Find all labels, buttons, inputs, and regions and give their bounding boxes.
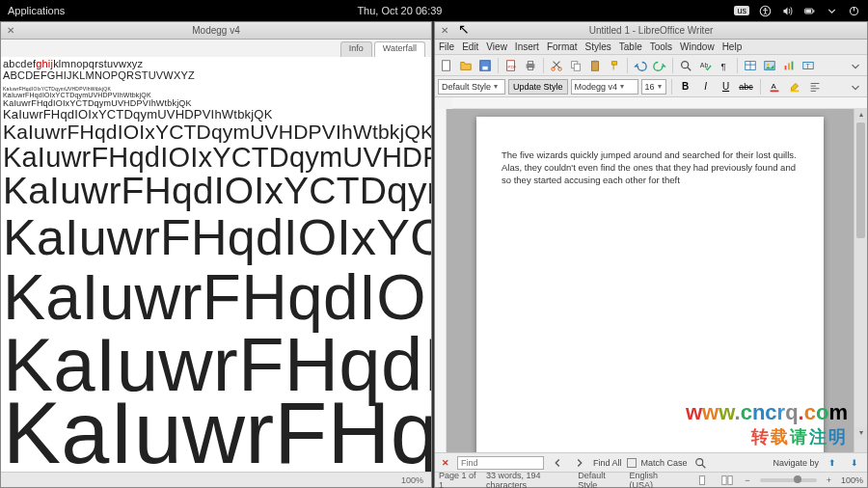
tab-waterfall[interactable]: Waterfall: [374, 41, 425, 57]
strike-button[interactable]: abc: [738, 78, 755, 95]
vertical-ruler[interactable]: [435, 109, 447, 452]
menu-table[interactable]: Table: [619, 41, 642, 52]
applications-menu[interactable]: Applications: [8, 5, 65, 16]
underline-button[interactable]: U: [718, 78, 735, 95]
tab-info[interactable]: Info: [340, 41, 372, 57]
image-icon[interactable]: [761, 57, 778, 74]
accessibility-icon[interactable]: [759, 5, 772, 17]
italic-button[interactable]: I: [697, 78, 715, 95]
close-icon[interactable]: ✕: [7, 25, 14, 36]
nav-prev-icon[interactable]: ⬆: [824, 454, 841, 472]
copy-icon[interactable]: [567, 57, 584, 74]
menu-window[interactable]: Window: [680, 41, 715, 52]
clone-format-icon[interactable]: [606, 57, 623, 74]
find-icon[interactable]: [677, 57, 694, 74]
paste-icon[interactable]: [586, 57, 604, 74]
document-page[interactable]: The five wizards quickly jumped around a…: [476, 117, 824, 452]
svg-rect-44: [700, 475, 705, 484]
status-language[interactable]: English (USA): [629, 471, 675, 489]
redo-icon[interactable]: [651, 57, 668, 74]
keyboard-indicator[interactable]: us: [734, 6, 749, 15]
font-viewer-titlebar[interactable]: ✕ Modegg v4: [1, 22, 431, 40]
textbox-icon[interactable]: T: [800, 57, 817, 74]
find-all-button[interactable]: Find All: [593, 458, 622, 468]
close-icon[interactable]: ✕: [441, 25, 448, 36]
bold-button[interactable]: B: [677, 78, 694, 95]
paragraph-style-combo[interactable]: Default Style: [438, 79, 505, 95]
horizontal-ruler[interactable]: [452, 97, 867, 109]
standard-toolbar: PDF Ab ¶ T: [435, 55, 867, 76]
menu-styles[interactable]: Styles: [585, 41, 611, 52]
zoom-slider[interactable]: [760, 478, 817, 482]
find-prev-icon[interactable]: [549, 454, 566, 472]
spellcheck-icon[interactable]: Ab: [696, 57, 714, 74]
view-multi-page-icon[interactable]: [719, 472, 735, 489]
export-pdf-icon[interactable]: PDF: [502, 57, 520, 74]
libreoffice-writer-window: ✕ Untitled 1 - LibreOffice Writer File E…: [434, 21, 868, 488]
svg-point-21: [682, 61, 689, 68]
svg-rect-45: [722, 475, 726, 484]
svg-text:T: T: [805, 62, 810, 68]
menu-edit[interactable]: Edit: [462, 41, 478, 52]
clock[interactable]: Thu, Oct 20 06:39: [357, 5, 442, 16]
print-icon[interactable]: [522, 57, 539, 74]
scroll-thumb[interactable]: [856, 122, 865, 238]
waterfall-line: KaIuwrFHqdIOIxYCTDqymUVHDPVIhWtbkjQK: [3, 211, 429, 264]
status-style[interactable]: Default Style: [578, 471, 619, 489]
svg-rect-3: [813, 10, 814, 12]
zoom-out-icon[interactable]: −: [745, 475, 749, 485]
save-icon[interactable]: [476, 57, 494, 74]
nav-next-icon[interactable]: ⬇: [846, 454, 863, 472]
cut-icon[interactable]: [548, 57, 565, 74]
menu-insert[interactable]: Insert: [515, 41, 539, 52]
font-name-combo[interactable]: Modegg v4: [571, 79, 638, 95]
menu-format[interactable]: Format: [547, 41, 578, 52]
menu-view[interactable]: View: [486, 41, 507, 52]
menu-file[interactable]: File: [439, 41, 454, 52]
undo-icon[interactable]: [632, 57, 649, 74]
scroll-up-icon[interactable]: ▴: [854, 109, 867, 121]
font-color-icon[interactable]: A: [766, 78, 783, 95]
document-text[interactable]: The five wizards quickly jumped around a…: [502, 149, 799, 186]
chart-icon[interactable]: [780, 57, 798, 74]
zoom-in-icon[interactable]: +: [827, 475, 831, 485]
align-left-icon[interactable]: [806, 78, 824, 95]
find-next-icon[interactable]: [571, 454, 588, 472]
caret-down-icon[interactable]: [826, 5, 838, 17]
svg-rect-20: [593, 60, 597, 62]
zoom-value[interactable]: 100%: [841, 475, 863, 485]
open-icon[interactable]: [457, 57, 475, 74]
sample-uppercase: ABCDEFGHIJKLMNOPQRSTUVWXYZ: [3, 70, 429, 82]
svg-rect-32: [792, 61, 794, 69]
nonprinting-icon[interactable]: ¶: [716, 57, 733, 74]
match-case-checkbox[interactable]: [627, 458, 637, 468]
vertical-scrollbar[interactable]: ▴ ▾: [854, 109, 867, 452]
view-single-page-icon[interactable]: [694, 472, 710, 489]
find-options-icon[interactable]: [692, 454, 710, 472]
status-page[interactable]: Page 1 of 1: [439, 471, 476, 489]
writer-titlebar[interactable]: ✕ Untitled 1 - LibreOffice Writer: [435, 22, 867, 40]
status-bar: Page 1 of 1 33 words, 194 characters Def…: [435, 472, 867, 487]
font-size-combo[interactable]: 16: [641, 79, 666, 95]
battery-icon[interactable]: [803, 5, 816, 17]
volume-icon[interactable]: [781, 5, 794, 17]
find-toolbar: ✕ Find All Match Case Navigate by ⬆ ⬇: [435, 452, 867, 472]
formatting-toolbar: Default Style Update Style Modegg v4 16 …: [435, 76, 867, 97]
new-icon[interactable]: [438, 57, 455, 74]
highlight-color-icon[interactable]: [786, 78, 803, 95]
update-style-button[interactable]: Update Style: [508, 79, 568, 95]
close-findbar-icon[interactable]: ✕: [439, 458, 452, 468]
waterfall-line: KaIuwrFHqdIOIxYCTDqymUVHDPVIhWtbkjQK: [3, 172, 429, 211]
table-icon[interactable]: [742, 57, 759, 74]
find-input[interactable]: [457, 456, 544, 470]
svg-text:A: A: [771, 81, 776, 90]
toolbar-overflow-icon[interactable]: [847, 78, 864, 95]
svg-rect-36: [770, 90, 778, 92]
toolbar-overflow-icon[interactable]: [847, 57, 864, 74]
menu-help[interactable]: Help: [722, 41, 743, 52]
power-icon[interactable]: [848, 5, 860, 17]
scroll-down-icon[interactable]: ▾: [854, 427, 867, 439]
menu-tools[interactable]: Tools: [650, 41, 672, 52]
status-wordcount[interactable]: 33 words, 194 characters: [486, 471, 568, 489]
svg-rect-19: [592, 61, 599, 70]
